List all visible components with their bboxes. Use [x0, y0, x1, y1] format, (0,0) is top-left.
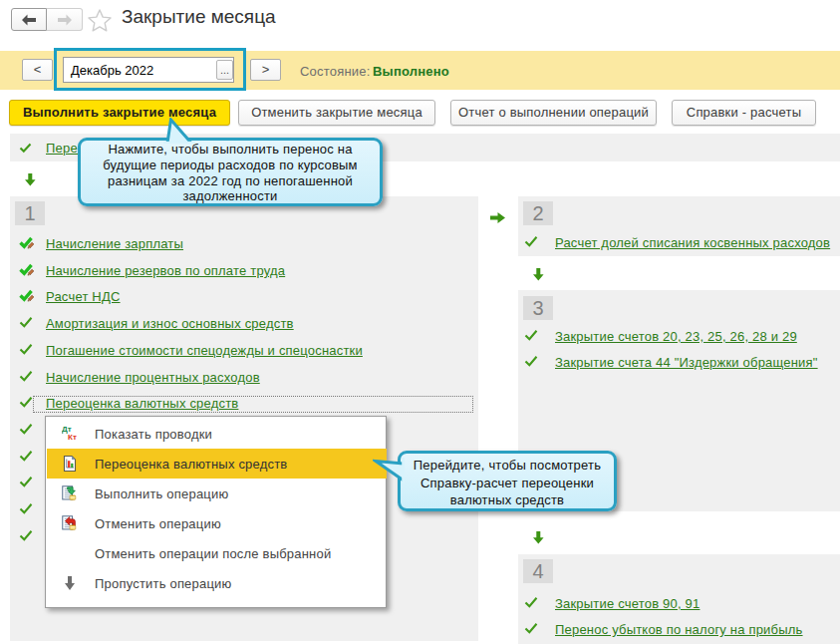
svg-text:Кт: Кт [68, 433, 77, 441]
